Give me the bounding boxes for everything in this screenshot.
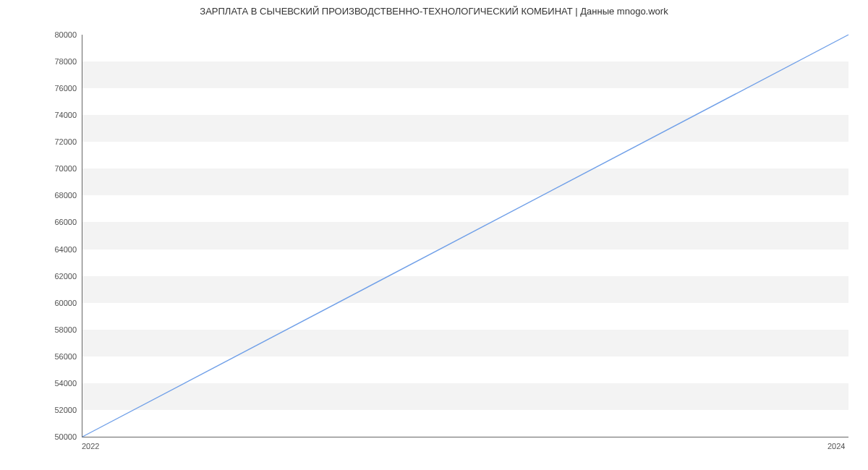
y-tick-label: 50000 <box>33 432 77 441</box>
x-tick-label: 2024 <box>827 442 845 450</box>
chart-title: ЗАРПЛАТА В СЫЧЕВСКИЙ ПРОИЗВОДСТВЕННО-ТЕХ… <box>0 6 868 17</box>
y-tick-label: 58000 <box>33 325 77 334</box>
y-tick-label: 70000 <box>33 164 77 173</box>
y-tick-label: 68000 <box>33 191 77 200</box>
y-tick-label: 74000 <box>33 111 77 119</box>
y-tick-label: 52000 <box>33 406 77 414</box>
line-series <box>82 35 848 437</box>
y-tick-label: 72000 <box>33 137 77 146</box>
x-tick-label: 2022 <box>82 442 99 450</box>
y-tick-label: 60000 <box>33 299 77 307</box>
y-tick-label: 56000 <box>33 352 77 361</box>
y-tick-label: 62000 <box>33 272 77 281</box>
chart-container: ЗАРПЛАТА В СЫЧЕВСКИЙ ПРОИЗВОДСТВЕННО-ТЕХ… <box>0 0 868 470</box>
y-tick-label: 54000 <box>33 379 77 388</box>
plot-area <box>82 35 848 437</box>
y-tick-label: 80000 <box>33 30 77 39</box>
y-tick-label: 78000 <box>33 57 77 66</box>
data-line <box>82 35 848 437</box>
y-tick-label: 66000 <box>33 218 77 226</box>
y-tick-label: 76000 <box>33 84 77 93</box>
y-tick-label: 64000 <box>33 245 77 254</box>
